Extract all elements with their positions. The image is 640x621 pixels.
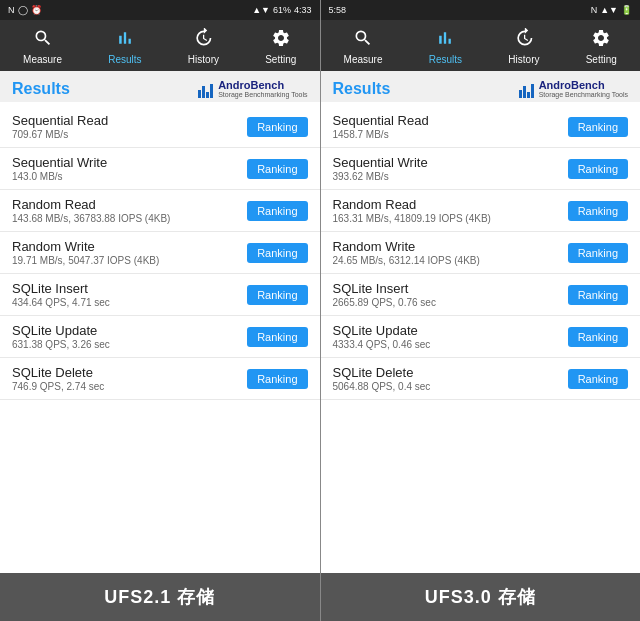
right-time: 5:58 xyxy=(329,5,347,15)
right-bench-value-2: 163.31 MB/s, 41809.19 IOPS (4KB) xyxy=(333,213,568,224)
left-bench-value-6: 746.9 QPS, 2.74 sec xyxy=(12,381,247,392)
right-bottom-label: UFS3.0 存储 xyxy=(321,573,641,621)
left-history-icon xyxy=(193,28,213,51)
left-nav-measure[interactable]: Measure xyxy=(15,26,70,67)
left-measure-label: Measure xyxy=(23,54,62,65)
right-nav-history[interactable]: History xyxy=(500,26,547,67)
right-ranking-btn-0[interactable]: Ranking xyxy=(568,117,628,137)
left-ranking-btn-3[interactable]: Ranking xyxy=(247,243,307,263)
left-setting-label: Setting xyxy=(265,54,296,65)
right-status-right: N ▲▼ 🔋 xyxy=(591,5,632,15)
right-brand-name: AndroBench xyxy=(539,79,628,91)
right-bench-name-5: SQLite Update xyxy=(333,323,568,338)
left-bench-name-5: SQLite Update xyxy=(12,323,247,338)
left-bench-name-6: SQLite Delete xyxy=(12,365,247,380)
left-ranking-btn-5[interactable]: Ranking xyxy=(247,327,307,347)
right-status-bar: 5:58 N ▲▼ 🔋 xyxy=(321,0,641,20)
left-bench-name-3: Random Write xyxy=(12,239,247,254)
left-bench-row-0: Sequential Read 709.67 MB/s Ranking xyxy=(0,106,320,148)
right-ranking-btn-2[interactable]: Ranking xyxy=(568,201,628,221)
left-time: 4:33 xyxy=(294,5,312,15)
left-nav-results[interactable]: Results xyxy=(100,26,149,67)
right-bench-value-0: 1458.7 MB/s xyxy=(333,129,568,140)
left-measure-icon xyxy=(33,28,53,51)
left-results-label: Results xyxy=(108,54,141,65)
left-history-label: History xyxy=(188,54,219,65)
right-bench-list: Sequential Read 1458.7 MB/s Ranking Sequ… xyxy=(321,102,641,573)
right-bench-name-2: Random Read xyxy=(333,197,568,212)
left-bench-row-3: Random Write 19.71 MB/s, 5047.37 IOPS (4… xyxy=(0,232,320,274)
left-bench-value-5: 631.38 QPS, 3.26 sec xyxy=(12,339,247,350)
right-bench-row-4: SQLite Insert 2665.89 QPS, 0.76 sec Rank… xyxy=(321,274,641,316)
right-bench-value-6: 5064.88 QPS, 0.4 sec xyxy=(333,381,568,392)
right-status-left: 5:58 xyxy=(329,5,347,15)
left-bench-row-5: SQLite Update 631.38 QPS, 3.26 sec Ranki… xyxy=(0,316,320,358)
right-bench-row-5: SQLite Update 4333.4 QPS, 0.46 sec Ranki… xyxy=(321,316,641,358)
left-status-bar: N ◯ ⏰ ▲▼ 61% 4:33 xyxy=(0,0,320,20)
left-bench-row-2: Random Read 143.68 MB/s, 36783.88 IOPS (… xyxy=(0,190,320,232)
left-brand-name: AndroBench xyxy=(218,79,307,91)
right-bench-value-5: 4333.4 QPS, 0.46 sec xyxy=(333,339,568,350)
left-bench-value-0: 709.67 MB/s xyxy=(12,129,247,140)
left-bench-name-2: Random Read xyxy=(12,197,247,212)
right-nav-setting[interactable]: Setting xyxy=(578,26,625,67)
right-setting-icon xyxy=(591,28,611,51)
right-measure-label: Measure xyxy=(344,54,383,65)
right-nav-measure[interactable]: Measure xyxy=(336,26,391,67)
right-andro-bars xyxy=(519,84,534,98)
left-status-left: N ◯ ⏰ xyxy=(8,5,42,15)
left-ranking-btn-1[interactable]: Ranking xyxy=(247,159,307,179)
left-nav-bar: Measure Results History Setting xyxy=(0,20,320,71)
left-bench-name-1: Sequential Write xyxy=(12,155,247,170)
right-ranking-btn-4[interactable]: Ranking xyxy=(568,285,628,305)
left-battery: 61% xyxy=(273,5,291,15)
left-bench-value-1: 143.0 MB/s xyxy=(12,171,247,182)
right-bench-name-1: Sequential Write xyxy=(333,155,568,170)
right-results-header: Results AndroBench Storage Benchmarking … xyxy=(321,71,641,102)
left-ranking-btn-4[interactable]: Ranking xyxy=(247,285,307,305)
right-bench-name-0: Sequential Read xyxy=(333,113,568,128)
right-results-label: Results xyxy=(429,54,462,65)
left-bench-row-1: Sequential Write 143.0 MB/s Ranking xyxy=(0,148,320,190)
left-bench-row-6: SQLite Delete 746.9 QPS, 2.74 sec Rankin… xyxy=(0,358,320,400)
right-setting-label: Setting xyxy=(586,54,617,65)
left-nav-history[interactable]: History xyxy=(180,26,227,67)
right-bench-value-1: 393.62 MB/s xyxy=(333,171,568,182)
right-bench-name-6: SQLite Delete xyxy=(333,365,568,380)
left-ranking-btn-2[interactable]: Ranking xyxy=(247,201,307,221)
left-ranking-btn-0[interactable]: Ranking xyxy=(247,117,307,137)
left-ranking-btn-6[interactable]: Ranking xyxy=(247,369,307,389)
right-measure-icon xyxy=(353,28,373,51)
left-brand-sub: Storage Benchmarking Tools xyxy=(218,91,307,98)
right-ranking-btn-1[interactable]: Ranking xyxy=(568,159,628,179)
right-history-icon xyxy=(514,28,534,51)
right-ranking-btn-3[interactable]: Ranking xyxy=(568,243,628,263)
right-bench-value-4: 2665.89 QPS, 0.76 sec xyxy=(333,297,568,308)
right-ranking-btn-5[interactable]: Ranking xyxy=(568,327,628,347)
right-phone: 5:58 N ▲▼ 🔋 Measure Results History xyxy=(321,0,641,621)
right-content: Results AndroBench Storage Benchmarking … xyxy=(321,71,641,573)
left-bench-name-4: SQLite Insert xyxy=(12,281,247,296)
right-andro-logo: AndroBench Storage Benchmarking Tools xyxy=(519,79,628,98)
right-bench-name-3: Random Write xyxy=(333,239,568,254)
right-history-label: History xyxy=(508,54,539,65)
left-status-right: ▲▼ 61% 4:33 xyxy=(252,5,311,15)
left-nav-setting[interactable]: Setting xyxy=(257,26,304,67)
left-results-header: Results AndroBench Storage Benchmarking … xyxy=(0,71,320,102)
left-bench-list: Sequential Read 709.67 MB/s Ranking Sequ… xyxy=(0,102,320,573)
right-ranking-btn-6[interactable]: Ranking xyxy=(568,369,628,389)
left-bench-value-3: 19.71 MB/s, 5047.37 IOPS (4KB) xyxy=(12,255,247,266)
right-bench-row-1: Sequential Write 393.62 MB/s Ranking xyxy=(321,148,641,190)
right-bench-name-4: SQLite Insert xyxy=(333,281,568,296)
right-results-icon xyxy=(435,28,455,51)
left-results-title: Results xyxy=(12,80,70,98)
right-nav-bar: Measure Results History Setting xyxy=(321,20,641,71)
left-bench-value-2: 143.68 MB/s, 36783.88 IOPS (4KB) xyxy=(12,213,247,224)
left-andro-logo: AndroBench Storage Benchmarking Tools xyxy=(198,79,307,98)
left-bench-value-4: 434.64 QPS, 4.71 sec xyxy=(12,297,247,308)
left-setting-icon xyxy=(271,28,291,51)
left-bench-row-4: SQLite Insert 434.64 QPS, 4.71 sec Ranki… xyxy=(0,274,320,316)
right-results-title: Results xyxy=(333,80,391,98)
right-nav-results[interactable]: Results xyxy=(421,26,470,67)
right-bench-row-2: Random Read 163.31 MB/s, 41809.19 IOPS (… xyxy=(321,190,641,232)
